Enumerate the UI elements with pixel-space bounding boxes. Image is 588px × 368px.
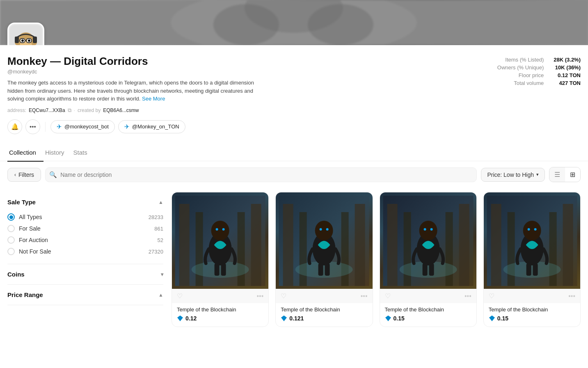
list-icon: ☰ (554, 171, 560, 178)
sale-type-header[interactable]: Sale Type ▲ (7, 199, 163, 206)
sort-label: Price: Low to High (487, 171, 534, 178)
address-line: address: EQCwu7...XXBa ⧉ · created by EQ… (7, 107, 295, 114)
search-wrap: 🔍 (45, 167, 477, 182)
tab-collection[interactable]: Collection (7, 146, 43, 162)
search-input[interactable] (45, 167, 477, 182)
sale-type-for-sale[interactable]: For Sale 861 (7, 223, 163, 234)
svg-marker-72 (489, 315, 495, 321)
nft-more-button[interactable]: ••• (361, 293, 368, 300)
see-more-link[interactable]: See More (142, 96, 165, 102)
telegram-icon: ✈ (57, 123, 62, 130)
nft-card-actions: ♡ ••• (172, 289, 268, 303)
nft-info: Temple of the Blockchain 0.15 (380, 303, 476, 327)
nft-card[interactable]: ♡ ••• Temple of the Blockchain 0.121 (275, 192, 373, 327)
radio-for-sale[interactable] (7, 225, 15, 232)
radio-not-for-sale[interactable] (7, 248, 15, 255)
radio-all-types[interactable] (7, 213, 15, 221)
sort-button[interactable]: Price: Low to High ▾ (481, 168, 545, 182)
nft-image-wrap (380, 192, 476, 289)
svg-point-69 (534, 228, 536, 231)
collection-title: Monkey — Digital Corridors (7, 55, 295, 68)
bot-button[interactable]: ✈ @monkeycost_bot (50, 120, 115, 133)
svg-rect-45 (325, 263, 330, 276)
nft-image-wrap (172, 192, 268, 289)
radio-not-for-sale-label: Not For Sale (19, 248, 51, 255)
favorite-button[interactable]: ♡ (385, 292, 391, 300)
svg-rect-17 (15, 37, 19, 43)
sale-type-title: Sale Type (7, 199, 36, 206)
address-value: EQCwu7...XXBa (29, 107, 65, 113)
nft-more-button[interactable]: ••• (256, 293, 263, 300)
action-row: 🔔 ••• ✈ @monkeycost_bot ✈ @Monkey_on_TON (0, 119, 588, 134)
svg-point-30 (222, 228, 225, 231)
tab-history[interactable]: History (43, 146, 72, 162)
collection-handle: @monkeydc (7, 69, 295, 75)
favorite-button[interactable]: ♡ (281, 292, 286, 300)
nft-image (172, 192, 268, 289)
svg-rect-23 (251, 204, 261, 286)
copy-address-icon[interactable]: ⧉ (68, 107, 71, 114)
svg-rect-35 (283, 204, 293, 286)
grid-view-button[interactable]: ⊞ (565, 167, 580, 182)
bot-label: @monkeycost_bot (64, 123, 109, 130)
nft-card[interactable]: ♡ ••• Temple of the Blockchain 0.12 (172, 192, 269, 327)
nft-card[interactable]: ♡ ••• Temple of the Blockchain 0.15 (380, 192, 477, 327)
channel-button[interactable]: ✈ @Monkey_on_TON (118, 120, 185, 133)
radio-for-sale-count: 861 (154, 226, 163, 232)
svg-point-41 (315, 221, 333, 240)
favorite-button[interactable]: ♡ (489, 292, 494, 300)
sale-type-for-auction[interactable]: For Auction 52 (7, 234, 163, 246)
channel-label: @Monkey_on_TON (132, 123, 179, 130)
stats-grid: Items (% Listed) 28K (3.2%) Owners (% Un… (497, 57, 581, 86)
svg-rect-70 (526, 263, 531, 276)
radio-for-auction-label: For Auction (19, 237, 48, 243)
sale-type-not-for-sale[interactable]: Not For Sale 27320 (7, 246, 163, 257)
sale-type-all[interactable]: All Types 28233 (7, 211, 163, 223)
svg-rect-61 (491, 204, 501, 286)
nft-card-actions: ♡ ••• (380, 289, 476, 303)
svg-rect-58 (429, 263, 434, 276)
nft-image-wrap (276, 192, 372, 289)
svg-rect-31 (215, 263, 220, 276)
list-view-button[interactable]: ☰ (549, 167, 565, 182)
favorite-button[interactable]: ♡ (177, 292, 183, 300)
price-range-title: Price Range (7, 291, 43, 298)
svg-point-55 (423, 228, 426, 231)
ton-diamond-icon (177, 315, 183, 322)
tab-stats[interactable]: Stats (72, 146, 95, 162)
ton-diamond-icon (385, 315, 391, 322)
stat-label-3: Total volume (497, 80, 544, 86)
telegram-icon-2: ✈ (124, 123, 130, 130)
svg-point-54 (419, 221, 437, 240)
grid-icon: ⊞ (570, 171, 575, 178)
header-right: Items (% Listed) 28K (3.2%) Owners (% Un… (449, 55, 581, 86)
created-by-value: EQB6A6...csmw (103, 107, 139, 113)
price-range-chevron-icon: ▲ (158, 292, 163, 298)
filter-bar: ‹ Filters 🔍 Price: Low to High ▾ ☰ ⊞ (0, 161, 588, 188)
more-button[interactable]: ••• (25, 119, 40, 134)
price-range-header[interactable]: Price Range ▲ (7, 291, 163, 298)
stat-label-1: Owners (% Unique) (497, 64, 544, 71)
svg-point-42 (320, 228, 322, 231)
nft-more-button[interactable]: ••• (568, 293, 575, 300)
svg-point-11 (28, 39, 30, 42)
svg-point-10 (21, 39, 24, 42)
svg-point-43 (326, 228, 329, 231)
nft-card[interactable]: ♡ ••• Temple of the Blockchain 0.15 (483, 192, 581, 327)
svg-point-4 (308, 4, 373, 45)
svg-marker-46 (281, 315, 287, 321)
coins-section: Coins ▾ (7, 264, 163, 285)
nft-more-button[interactable]: ••• (464, 293, 471, 300)
radio-all-types-count: 28233 (149, 214, 163, 220)
svg-rect-32 (221, 263, 226, 276)
coins-header[interactable]: Coins ▾ (7, 271, 163, 278)
filters-toggle-button[interactable]: ‹ Filters (7, 168, 41, 182)
svg-rect-36 (355, 204, 365, 286)
svg-point-28 (211, 221, 229, 240)
nft-card-actions: ♡ ••• (484, 289, 580, 303)
bell-button[interactable]: 🔔 (7, 119, 22, 134)
svg-rect-62 (563, 204, 573, 286)
nft-info: Temple of the Blockchain 0.121 (276, 303, 372, 327)
radio-for-auction[interactable] (7, 236, 15, 244)
ton-diamond-icon (489, 315, 495, 322)
